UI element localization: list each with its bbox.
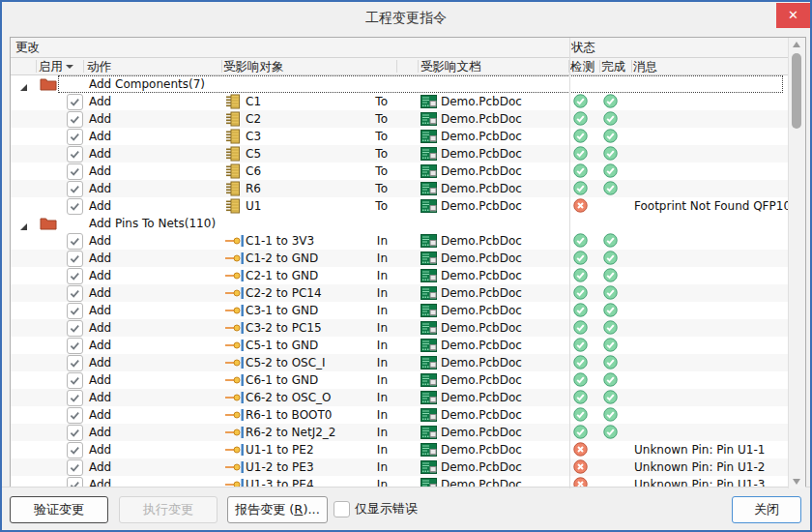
row-enable-checkbox[interactable] bbox=[67, 390, 83, 406]
scroll-up-icon[interactable] bbox=[793, 42, 800, 47]
change-row[interactable]: AddC3-2 to PC15InDemo.PcbDoc bbox=[11, 319, 789, 337]
column-message[interactable]: 消息 bbox=[633, 58, 657, 74]
row-enable-checkbox[interactable] bbox=[67, 94, 83, 110]
object-label: C2-1 to GND bbox=[246, 267, 318, 284]
only-show-errors-checkbox[interactable] bbox=[334, 501, 350, 517]
change-row[interactable]: AddC6ToDemo.PcbDoc bbox=[11, 163, 789, 180]
folder-icon bbox=[40, 77, 57, 91]
object-label: R6-1 to BOOT0 bbox=[246, 406, 333, 424]
column-check[interactable]: 检测 bbox=[570, 58, 594, 74]
row-enable-checkbox[interactable] bbox=[67, 425, 83, 441]
pcbdoc-icon bbox=[420, 112, 437, 126]
change-row[interactable]: AddC2ToDemo.PcbDoc bbox=[11, 110, 789, 128]
pcbdoc-icon bbox=[420, 304, 437, 317]
done-status-ok-icon bbox=[603, 407, 618, 422]
row-enable-checkbox[interactable] bbox=[67, 303, 83, 319]
header-status[interactable]: 状态 bbox=[571, 38, 595, 57]
prep-label: To bbox=[357, 163, 388, 180]
row-enable-checkbox[interactable] bbox=[67, 163, 83, 180]
message-label: Unknown Pin: Pin U1-1 bbox=[634, 441, 765, 458]
change-row[interactable]: AddR6ToDemo.PcbDoc bbox=[11, 180, 789, 197]
row-enable-checkbox[interactable] bbox=[67, 355, 83, 371]
column-enable[interactable]: 启用 bbox=[39, 58, 63, 74]
change-row[interactable]: AddU1ToDemo.PcbDocFootprint Not Found QF… bbox=[11, 197, 789, 215]
change-row[interactable]: AddC2-1 to GNDInDemo.PcbDoc bbox=[11, 267, 789, 284]
prep-label: In bbox=[357, 232, 388, 250]
row-enable-checkbox[interactable] bbox=[67, 233, 83, 250]
action-label: Add bbox=[89, 337, 111, 354]
check-status-ok-icon bbox=[573, 390, 588, 404]
expand-icon[interactable] bbox=[18, 79, 28, 89]
change-row[interactable]: AddU1-1 to PE2InDemo.PcbDocUnknown Pin: … bbox=[11, 441, 789, 458]
change-row[interactable]: AddC5-1 to GNDInDemo.PcbDoc bbox=[11, 337, 789, 354]
header-change[interactable]: 更改 bbox=[15, 38, 40, 57]
object-label: C3 bbox=[246, 128, 261, 145]
row-enable-checkbox[interactable] bbox=[67, 372, 83, 389]
pcbdoc-icon bbox=[420, 95, 437, 108]
table-column-header: 启用 动作 受影响对象 受影响文档 检测 完成 消息 bbox=[11, 58, 805, 75]
done-status-ok-icon bbox=[603, 320, 618, 335]
change-row[interactable]: AddR6-2 to NetJ2_2InDemo.PcbDoc bbox=[11, 424, 789, 441]
change-row[interactable]: AddC2-2 to PC14InDemo.PcbDoc bbox=[11, 284, 789, 302]
column-document[interactable]: 受影响文档 bbox=[420, 58, 481, 74]
check-status-ok-icon bbox=[573, 251, 588, 265]
group-row[interactable]: Add Components(7) bbox=[11, 75, 789, 93]
row-enable-checkbox[interactable] bbox=[67, 320, 83, 337]
row-enable-checkbox[interactable] bbox=[67, 442, 83, 458]
row-enable-checkbox[interactable] bbox=[67, 146, 83, 163]
pcbdoc-icon bbox=[420, 147, 437, 161]
action-label: Add bbox=[89, 128, 111, 145]
action-label: Add bbox=[89, 319, 111, 337]
change-row[interactable]: AddC5-2 to OSC_IInDemo.PcbDoc bbox=[11, 354, 789, 371]
pin-icon bbox=[225, 355, 245, 370]
row-enable-checkbox[interactable] bbox=[67, 251, 83, 267]
row-enable-checkbox[interactable] bbox=[67, 198, 83, 215]
close-button[interactable]: ✕ bbox=[776, 3, 810, 28]
row-enable-checkbox[interactable] bbox=[67, 129, 83, 145]
row-enable-checkbox[interactable] bbox=[67, 111, 83, 128]
column-done[interactable]: 完成 bbox=[601, 58, 625, 74]
expand-icon[interactable] bbox=[18, 219, 28, 228]
pin-icon bbox=[225, 390, 245, 405]
change-row[interactable]: AddC3ToDemo.PcbDoc bbox=[11, 128, 789, 145]
report-changes-button[interactable]: 报告变更 (R)... bbox=[227, 496, 328, 523]
vertical-scrollbar[interactable] bbox=[788, 38, 805, 488]
object-label: U1 bbox=[246, 197, 261, 215]
row-enable-checkbox[interactable] bbox=[67, 268, 83, 284]
change-row[interactable]: AddC1-2 to GNDInDemo.PcbDoc bbox=[11, 250, 789, 267]
validate-changes-button[interactable]: 验证变更 bbox=[10, 496, 108, 523]
change-row[interactable]: AddC1-1 to 3V3InDemo.PcbDoc bbox=[11, 232, 789, 250]
row-enable-checkbox[interactable] bbox=[67, 338, 83, 354]
check-status-ok-icon bbox=[573, 425, 588, 439]
action-label: Add bbox=[89, 424, 111, 441]
change-row[interactable]: AddC6-1 to GNDInDemo.PcbDoc bbox=[11, 371, 789, 389]
enable-filter-dropdown-icon[interactable] bbox=[66, 65, 73, 69]
check-status-ok-icon bbox=[573, 233, 588, 248]
pin-icon bbox=[225, 459, 245, 475]
change-row[interactable]: AddC6-2 to OSC_OInDemo.PcbDoc bbox=[11, 389, 789, 406]
close-dialog-button[interactable]: 关闭 bbox=[732, 496, 801, 523]
group-row[interactable]: Add Pins To Nets(110) bbox=[11, 215, 789, 232]
row-enable-checkbox[interactable] bbox=[67, 181, 83, 197]
change-row[interactable]: AddR6-1 to BOOT0InDemo.PcbDoc bbox=[11, 406, 789, 424]
pin-icon bbox=[225, 320, 245, 336]
column-action[interactable]: 动作 bbox=[87, 58, 111, 74]
message-label: Unknown Pin: Pin U1-2 bbox=[634, 458, 765, 476]
change-row[interactable]: AddC5ToDemo.PcbDoc bbox=[11, 145, 789, 163]
only-show-errors-label: 仅显示错误 bbox=[355, 500, 418, 517]
row-enable-checkbox[interactable] bbox=[67, 459, 83, 476]
scrollbar-thumb[interactable] bbox=[792, 53, 801, 129]
pcbdoc-icon bbox=[420, 286, 437, 300]
document-label: Demo.PcbDoc bbox=[441, 302, 522, 319]
scroll-down-icon[interactable] bbox=[793, 479, 800, 485]
pcbdoc-icon bbox=[420, 443, 437, 457]
check-status-ok-icon bbox=[573, 320, 588, 335]
row-enable-checkbox[interactable] bbox=[67, 285, 83, 302]
execute-changes-button[interactable]: 执行变更 bbox=[119, 496, 218, 523]
change-row[interactable]: AddC1ToDemo.PcbDoc bbox=[11, 93, 789, 110]
prep-label: To bbox=[357, 110, 388, 128]
change-row[interactable]: AddU1-2 to PE3InDemo.PcbDocUnknown Pin: … bbox=[11, 458, 789, 476]
column-object[interactable]: 受影响对象 bbox=[223, 58, 284, 74]
change-row[interactable]: AddC3-1 to GNDInDemo.PcbDoc bbox=[11, 302, 789, 319]
row-enable-checkbox[interactable] bbox=[67, 407, 83, 424]
